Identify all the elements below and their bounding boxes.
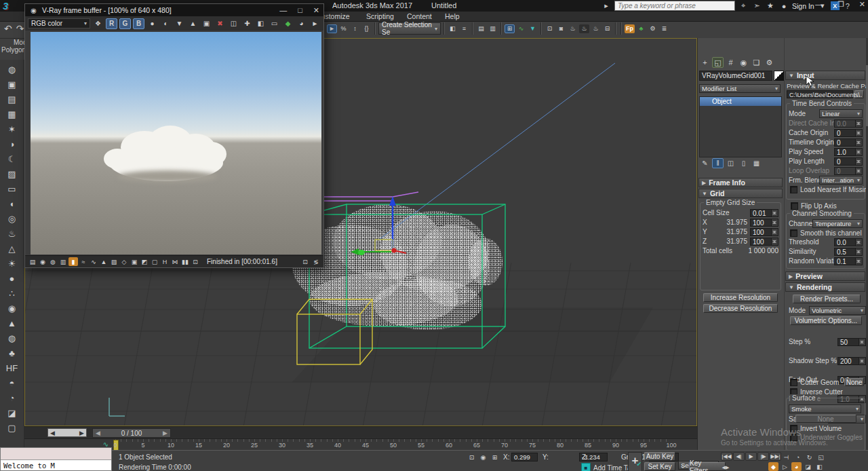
welcome-window[interactable]: Welcome to M	[0, 447, 112, 471]
scroll-right-icon[interactable]: ▶	[79, 430, 84, 436]
render-iterative-icon[interactable]: ♨	[591, 24, 601, 33]
sphere-primitive-icon[interactable]: ◎	[4, 212, 20, 225]
phoenix-fd-icon[interactable]: Fp	[625, 24, 635, 33]
go-to-end-button[interactable]: ▶▶|	[770, 452, 781, 461]
spline-line[interactable]	[379, 63, 615, 240]
minimize-button[interactable]: —	[815, 0, 823, 9]
percent-snap-icon[interactable]: %	[338, 24, 349, 33]
sun-light-icon[interactable]: ☀	[4, 257, 20, 270]
launch-icon[interactable]: ➣	[751, 1, 762, 10]
stack-item-object[interactable]: Object	[700, 97, 781, 106]
rollout-preview[interactable]: ▶Preview	[785, 271, 865, 281]
stats-toggle-icon[interactable]: ≶	[311, 257, 321, 266]
spinner-arrows-icon[interactable]	[855, 258, 862, 265]
create-tab-icon[interactable]: +	[699, 57, 711, 68]
render-preview-icon[interactable]: ◍	[4, 62, 20, 76]
checkbox[interactable]	[790, 379, 797, 386]
clear-image-icon[interactable]: ✖	[214, 18, 226, 29]
modify-tab-icon[interactable]: ◱	[712, 57, 724, 68]
previous-frame-button[interactable]: ◀|	[733, 452, 745, 461]
param-spinner-field[interactable]: 0.0	[834, 119, 863, 128]
param-spinner-field[interactable]: 50	[837, 338, 866, 346]
yellow-source-box[interactable]	[297, 299, 372, 364]
track-bar[interactable]: ∿ 05101520253035404550556065707580859095…	[24, 438, 697, 451]
environment-icon[interactable]: ☾	[4, 152, 20, 166]
vfb-close-button[interactable]: ✕	[313, 6, 319, 15]
half-view-icon[interactable]: ◍	[48, 257, 58, 266]
selection-set-dropdown[interactable]: Create Selection Se▾	[378, 22, 441, 35]
frame-buffer-icon[interactable]: ▣	[4, 77, 20, 91]
menu-help[interactable]: Help	[445, 12, 460, 20]
image-info-icon[interactable]: ▤	[28, 257, 37, 266]
save-image-icon[interactable]: ▼	[174, 18, 185, 29]
play-selected-icon[interactable]: ▷	[780, 462, 790, 471]
utilities-tab-icon[interactable]: ⚙	[764, 57, 775, 68]
cycle-mode-icon[interactable]: ↻	[804, 453, 814, 461]
undo-icon[interactable]: ↶	[4, 23, 12, 34]
monochrome-icon[interactable]: ◐	[160, 18, 172, 29]
vray-log-icon[interactable]: ⊡	[191, 257, 200, 266]
render-setup-icon[interactable]: ⊡	[545, 24, 555, 33]
menu-content[interactable]: Content	[407, 12, 432, 20]
param-spinner-field[interactable]: 0.1	[834, 257, 863, 265]
search-input[interactable]	[614, 1, 735, 11]
param-dropdown[interactable]: Inter...ation▾	[819, 176, 863, 185]
named-selection-sets-icon[interactable]: {}	[361, 24, 372, 33]
decrease-resolution-button[interactable]: Decrease Resolution	[703, 304, 778, 313]
frame-back-forward-icon[interactable]: ◀▶	[721, 463, 730, 471]
rendered-frame-icon[interactable]: ♨	[579, 24, 589, 33]
search-expand-icon[interactable]: ▸	[601, 1, 612, 10]
next-key-icon[interactable]: ▶	[163, 430, 167, 436]
exposure-correction-icon[interactable]: ▲	[99, 257, 108, 266]
x-coord-field[interactable]: 0.299	[511, 453, 538, 461]
vray-volume-grid-box[interactable]	[309, 204, 505, 348]
vray-frame-buffer-window[interactable]: ◉ V-Ray frame buffer - [100% of 640 x 48…	[24, 3, 324, 268]
resize-image-icon[interactable]: ⊡	[300, 257, 310, 266]
play-button[interactable]: ▶	[745, 452, 757, 461]
spinner-arrows-icon[interactable]	[855, 139, 862, 146]
spinner-arrows-icon[interactable]	[771, 210, 778, 216]
checkbox[interactable]	[790, 186, 797, 193]
render-production-icon[interactable]: ♨	[568, 24, 578, 33]
mirror-icon[interactable]: ◧	[448, 24, 458, 33]
modifier-list-dropdown[interactable]: Modifier List▾	[699, 84, 781, 93]
selection-region-icon[interactable]: ⊡	[467, 453, 477, 461]
plane-primitive-icon[interactable]: ▭	[4, 182, 20, 195]
viewport-scrollbar[interactable]: ◀▶	[47, 428, 87, 437]
vfb-maximize-button[interactable]: □	[298, 6, 302, 15]
curve-correction-icon[interactable]: ≈	[79, 257, 88, 266]
create-key-button[interactable]: +✔	[628, 452, 642, 471]
alpha-channel-icon[interactable]: ●	[146, 18, 158, 29]
heightfield-icon[interactable]: HF	[4, 361, 20, 375]
follow-mouse-icon[interactable]: ✚	[241, 18, 253, 29]
display-tab-icon[interactable]: ❏	[751, 57, 762, 68]
state-sets-icon[interactable]: ⊟	[602, 24, 612, 33]
material-sphere-icon[interactable]: ◔	[4, 391, 20, 404]
forest-pack-icon[interactable]: ♣	[636, 24, 646, 33]
scene-explorer-icon[interactable]: ▥	[488, 24, 498, 33]
default-tangent-icon[interactable]: ◆	[768, 462, 778, 471]
history-icon[interactable]: H	[160, 257, 170, 266]
blue-channel-icon[interactable]: B	[133, 18, 144, 29]
time-slider[interactable]: ◀ 0 / 100 ▶	[92, 428, 171, 438]
levels-icon[interactable]: ∿	[89, 257, 98, 266]
paint-icon[interactable]: ◪	[803, 462, 813, 471]
ribbon-toggle-icon[interactable]: ⊞	[505, 24, 515, 33]
spinner-arrows-icon[interactable]	[859, 358, 865, 364]
physics-sim-icon[interactable]: ◉	[4, 301, 20, 315]
spinner-arrows-icon[interactable]	[855, 248, 862, 255]
sign-in-button[interactable]: Sign In	[792, 2, 814, 10]
teapot-primitive-icon[interactable]: ♨	[4, 227, 20, 240]
render-presets-button[interactable]: Render Presets...	[793, 295, 861, 303]
param-spinner-field[interactable]: 0	[834, 129, 863, 137]
spinner-snap-icon[interactable]: ↕	[350, 24, 360, 33]
object-color-swatch[interactable]	[774, 71, 784, 81]
cache-path-field[interactable]: C:\Users\Bee\Documents\	[787, 90, 853, 98]
surface-none-button[interactable]: None	[795, 415, 856, 423]
redo-icon[interactable]: ↷	[16, 23, 24, 34]
display-monitor-icon[interactable]: ▢	[4, 421, 20, 434]
vfb-minimize-button[interactable]: —	[279, 6, 287, 15]
param-spinner-field[interactable]: 100	[750, 219, 778, 227]
next-frame-button[interactable]: |▶	[757, 452, 769, 461]
param-spinner-field[interactable]: 0	[834, 167, 863, 175]
